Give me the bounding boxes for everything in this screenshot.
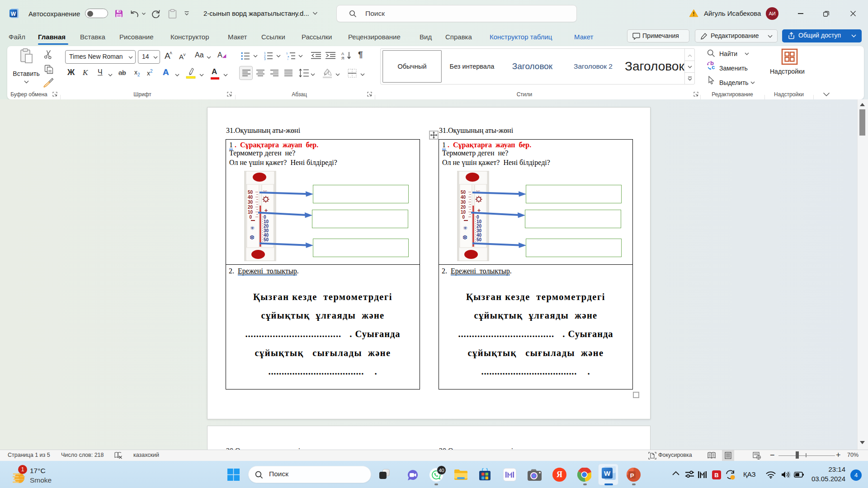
svg-text:50: 50 bbox=[248, 190, 253, 195]
svg-text:i: i bbox=[288, 58, 288, 60]
svg-text:Я: Я bbox=[341, 56, 344, 60]
svg-text:10: 10 bbox=[248, 210, 253, 215]
svg-text:40: 40 bbox=[461, 195, 466, 200]
svg-text:✳: ✳ bbox=[463, 225, 467, 231]
svg-text:30: 30 bbox=[248, 200, 253, 205]
svg-text:W: W bbox=[604, 469, 611, 477]
svg-text:30: 30 bbox=[461, 200, 466, 205]
svg-text:W: W bbox=[11, 11, 16, 17]
svg-text:1: 1 bbox=[286, 52, 288, 55]
svg-text:20: 20 bbox=[461, 205, 466, 210]
svg-text:1: 1 bbox=[264, 52, 266, 55]
svg-text:20: 20 bbox=[248, 205, 253, 210]
svg-text:0: 0 bbox=[249, 215, 252, 220]
svg-text:a: a bbox=[288, 55, 289, 58]
svg-text:3: 3 bbox=[264, 57, 266, 60]
svg-text:P: P bbox=[630, 472, 634, 479]
svg-text:✳: ✳ bbox=[250, 225, 255, 231]
svg-text:А: А bbox=[341, 52, 344, 56]
svg-text:0: 0 bbox=[462, 215, 465, 220]
svg-text:50: 50 bbox=[461, 190, 466, 195]
svg-text:❆: ❆ bbox=[462, 234, 467, 241]
svg-text:40: 40 bbox=[248, 195, 253, 200]
svg-text:10: 10 bbox=[461, 210, 466, 215]
svg-text:❆: ❆ bbox=[250, 234, 255, 241]
